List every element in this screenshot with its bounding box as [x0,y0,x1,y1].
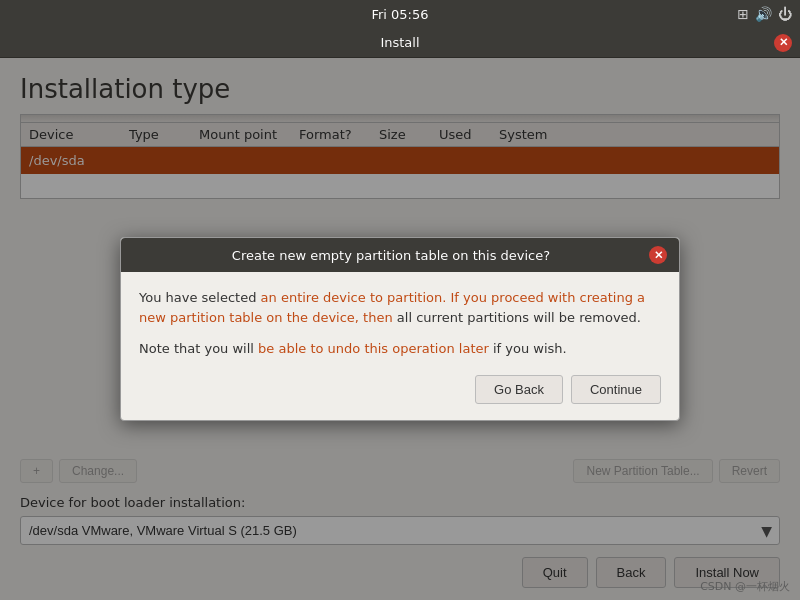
system-taskbar: Fri 05:56 ⊞ 🔊 ⏻ [0,0,800,28]
dialog-body: You have selected an entire device to pa… [121,272,679,420]
dialog-titlebar: Create new empty partition table on this… [121,238,679,272]
window-titlebar: Install ✕ [0,28,800,58]
dialog: Create new empty partition table on this… [120,237,680,421]
system-time: Fri 05:56 [371,7,428,22]
power-icon: ⏻ [778,6,792,22]
go-back-button[interactable]: Go Back [475,375,563,404]
volume-icon: 🔊 [755,6,772,22]
window-title: Install [380,35,419,50]
dialog-highlight-1: an entire device to partition. If you pr… [139,290,645,325]
dialog-text-1: You have selected an entire device to pa… [139,288,661,327]
dialog-highlight-2: be able to undo this operation later [258,341,489,356]
continue-button[interactable]: Continue [571,375,661,404]
window-close-button[interactable]: ✕ [774,34,792,52]
dialog-overlay: Create new empty partition table on this… [0,58,800,600]
dialog-close-button[interactable]: ✕ [649,246,667,264]
dialog-title: Create new empty partition table on this… [133,248,649,263]
main-window: Installation type Device Type Mount poin… [0,58,800,600]
network-icon: ⊞ [737,6,749,22]
titlebar-icons: ⊞ 🔊 ⏻ [737,6,792,22]
dialog-text-2: Note that you will be able to undo this … [139,339,661,359]
dialog-buttons: Go Back Continue [139,375,661,404]
